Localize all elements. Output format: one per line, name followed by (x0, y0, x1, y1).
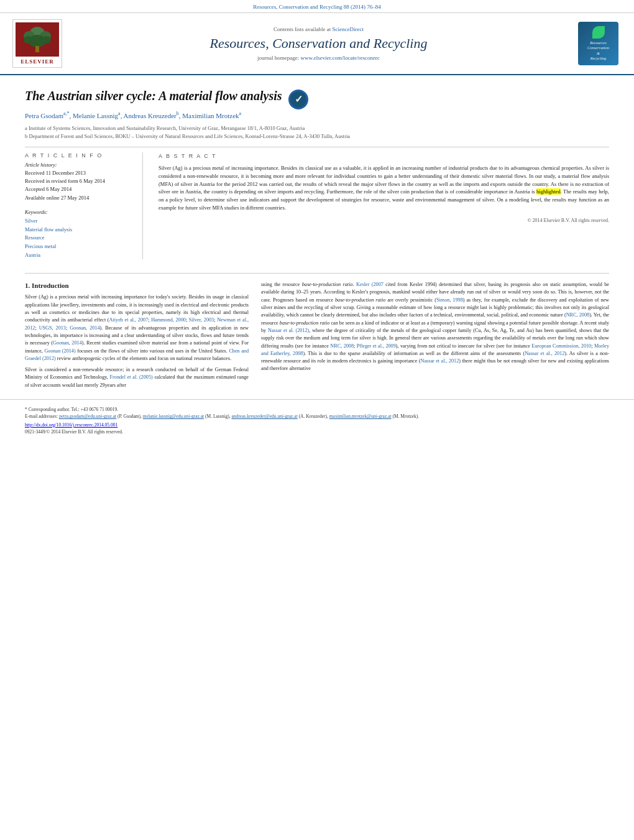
homepage-link[interactable]: www.elsevier.com/locate/resconrec (301, 55, 380, 61)
abstract-heading: A B S T R A C T (158, 152, 609, 161)
page: Resources, Conservation and Recycling 88… (0, 0, 634, 840)
highlighted-word: highlighted (536, 188, 561, 195)
right-column: using the resource base-to-production ra… (261, 281, 609, 393)
svg-point-6 (24, 36, 32, 44)
ref-eucomm[interactable]: European Commission, 2010 (531, 343, 591, 349)
email-petra[interactable]: petra.gsodam@edu.uni-graz.at (59, 413, 116, 419)
author-andreas: Andreas Kreuzeder (124, 112, 177, 119)
keyword-austria: Austria (25, 251, 135, 260)
keyword-resource: Resource (25, 234, 135, 242)
ref-silver[interactable]: Silver, 2003 (189, 317, 214, 323)
ref-frondel[interactable]: Frondel et al. (2005) (110, 374, 153, 380)
left-column: 1. Introduction Silver (Ag) is a preciou… (25, 281, 249, 393)
svg-rect-5 (35, 46, 39, 52)
keywords-list: Silver Material flow analysis Resource P… (25, 217, 135, 259)
right-body: using the resource base-to-production ra… (261, 281, 609, 373)
section-divider (25, 273, 609, 274)
article-info-panel: A R T I C L E I N F O Article history: R… (25, 152, 143, 260)
ref-goonan3[interactable]: Goonan (2014) (44, 348, 75, 354)
journal-header: ELSEVIER Contents lists available at Sci… (0, 13, 634, 75)
copyright-text: © 2014 Elsevier B.V. All rights reserved… (158, 217, 609, 224)
right-para-1: using the resource base-to-production ra… (261, 281, 609, 373)
journal-center-block: Contents lists available at ScienceDirec… (62, 26, 575, 61)
keywords-label: Keywords: (25, 209, 135, 215)
elsevier-tree-image (16, 22, 59, 57)
journal-citation-text: Resources, Conservation and Recycling 88… (253, 4, 381, 10)
ref-simon[interactable]: Simon, 1998 (436, 297, 463, 303)
journal-logo-box: ResourcesConservation&Recycling (578, 22, 618, 65)
ref-nrc[interactable]: NRC, 2008 (566, 312, 589, 318)
elsevier-brand-text: ELSEVIER (21, 58, 54, 65)
ref-usgs[interactable]: USGS, 2013 (39, 325, 66, 331)
main-content-columns: 1. Introduction Silver (Ag) is a preciou… (0, 281, 634, 393)
homepage-line: journal homepage: www.elsevier.com/locat… (71, 55, 566, 61)
ref-atiyeh[interactable]: Atiyeh et al., 2007 (109, 317, 149, 323)
footer-doi: http://dx.doi.org/10.1016/j.resconrec.20… (25, 422, 609, 428)
keyword-mfa: Material flow analysis (25, 226, 135, 234)
email-note: E-mail addresses: petra.gsodam@edu.uni-g… (25, 413, 609, 420)
revised-date: Received in revised form 6 May 2014 (25, 178, 135, 185)
affiliation-a: a Institute of Systems Sciences, Innovat… (25, 124, 609, 132)
ref-nassar[interactable]: Nassar et al. (2012) (268, 328, 309, 333)
email-maximilian[interactable]: maximilian.mrotzek@uni-graz.at (329, 413, 392, 419)
ref-goonan2[interactable]: Goonan, 2014 (53, 340, 82, 346)
history-label: Article history: (25, 162, 135, 168)
keyword-precious: Precious metal (25, 242, 135, 251)
sciencedirect-link[interactable]: ScienceDirect (333, 26, 364, 32)
email-melanie[interactable]: melanie.lassnig@edu.uni-graz.at (143, 413, 204, 419)
article-title: The Austrian silver cycle: A material fl… (25, 88, 282, 104)
abstract-panel: A B S T R A C T Silver (Ag) is a preciou… (158, 152, 609, 260)
affiliation-b: b Department of Forest and Soil Sciences… (25, 132, 609, 141)
elsevier-logo: ELSEVIER (12, 19, 62, 68)
doi-link[interactable]: http://dx.doi.org/10.1016/j.resconrec.20… (25, 422, 117, 428)
ref-goonan1[interactable]: Goonan, 2014 (70, 325, 99, 331)
leaf-icon (592, 26, 605, 39)
affiliations-block: a Institute of Systems Sciences, Innovat… (25, 124, 609, 141)
intro-para-2: Silver is considered a non-renewable res… (25, 366, 249, 389)
abstract-text: Silver (Ag) is a precious metal of incre… (158, 164, 609, 212)
journal-title: Resources, Conservation and Recycling (71, 35, 566, 52)
introduction-body: Silver (Ag) is a precious metal with inc… (25, 293, 249, 389)
article-body: A R T I C L E I N F O Article history: R… (25, 147, 609, 260)
available-date: Available online 27 May 2014 (25, 195, 135, 202)
intro-para-1: Silver (Ag) is a precious metal with inc… (25, 293, 249, 362)
crossmark-badge: ✓ (288, 90, 308, 109)
accepted-date: Accepted 6 May 2014 (25, 186, 135, 193)
svg-point-7 (42, 36, 51, 44)
email-andreas[interactable]: andreas.kreuzeder@edu.uni-graz.at (232, 413, 298, 419)
ref-nrc2[interactable]: NRC, 2008 (330, 343, 354, 349)
ref-kesler[interactable]: Kesler (2007 (356, 282, 384, 287)
ref-hammond[interactable]: Hammond, 2000 (151, 317, 186, 323)
introduction-heading: 1. Introduction (25, 281, 249, 290)
keyword-silver: Silver (25, 217, 135, 226)
ref-nassar3[interactable]: Nassar et al., 2012 (421, 358, 459, 364)
corresponding-note: * Corresponding author. Tel.: +43 0676 7… (25, 406, 609, 413)
footer-notes: * Corresponding author. Tel.: +43 0676 7… (25, 406, 609, 420)
ref-nassar2[interactable]: Nassar et al., 2012 (525, 351, 564, 356)
authors-line: Petra Gsodama,*, Melanie Lassniga, Andre… (25, 110, 609, 121)
article-main: The Austrian silver cycle: A material fl… (0, 75, 634, 265)
contents-available-line: Contents lists available at ScienceDirec… (71, 26, 566, 32)
journal-citation-bar: Resources, Conservation and Recycling 88… (0, 0, 634, 13)
footer-area: * Corresponding author. Tel.: +43 0676 7… (0, 399, 634, 435)
author-maximilian: Maximilian Mrotzek (182, 112, 239, 119)
svg-text:✓: ✓ (294, 94, 302, 104)
author-melanie: Melanie Lassnig (73, 112, 118, 119)
ref-pfleger[interactable]: Pfleger et al., 2009 (357, 343, 396, 349)
received-date: Received 11 December 2013 (25, 170, 135, 177)
journal-logo-icon: ResourcesConservation&Recycling (575, 22, 622, 65)
author-petra: Petra Gsodam (25, 112, 63, 119)
article-info-heading: A R T I C L E I N F O (25, 152, 135, 159)
footer-issn: 0921-3449/© 2014 Elsevier B.V. All right… (25, 429, 609, 435)
journal-logo-text: ResourcesConservation&Recycling (587, 40, 609, 62)
